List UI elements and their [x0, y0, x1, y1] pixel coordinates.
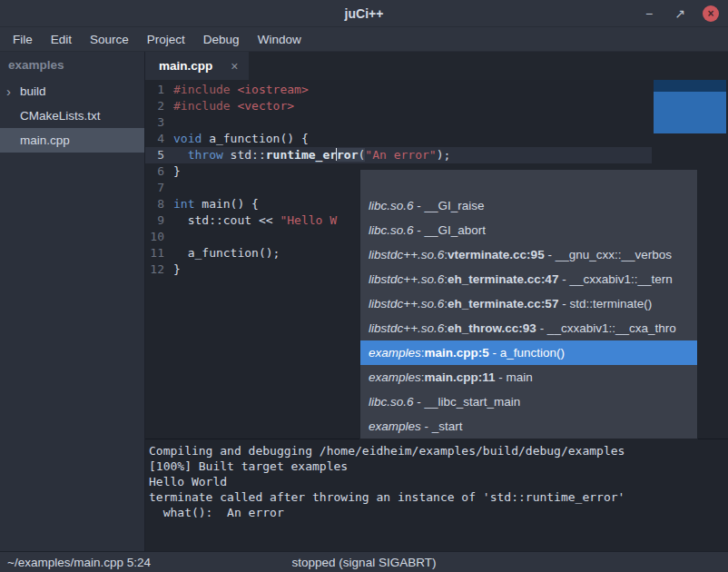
menu-debug[interactable]: Debug [194, 29, 249, 50]
stack-frame[interactable]: examples - _start [360, 414, 697, 439]
frame-function: - std::terminate() [558, 297, 652, 311]
frame-location: main.cpp:11 [425, 370, 496, 384]
line-number: 5 [145, 147, 173, 163]
stack-frame[interactable]: libstdc++.so.6:eh_throw.cc:93 - __cxxabi… [360, 316, 697, 340]
menu-window[interactable]: Window [249, 29, 310, 50]
code-token: ror [337, 148, 358, 162]
code-line-3[interactable]: 3 [145, 114, 728, 131]
module-name: libstdc++.so.6 [369, 321, 444, 335]
sidebar-item-cmakelists-txt[interactable]: CMakeLists.txt [0, 104, 144, 128]
code-token: a_function() { [202, 132, 308, 145]
line-number: 6 [145, 163, 173, 180]
menu-edit[interactable]: Edit [42, 29, 81, 50]
terminal-line: Hello World [149, 474, 724, 489]
frame-function: - __GI_raise [414, 199, 485, 212]
module-name: examples [369, 419, 421, 433]
close-tab-icon[interactable]: × [231, 59, 238, 74]
line-number: 11 [145, 245, 173, 261]
code-token: int [173, 197, 194, 211]
frame-function: - __libc_start_main [414, 395, 521, 409]
code-line-1[interactable]: 1#include <iostream> [145, 82, 728, 98]
code-line-5[interactable]: 5 throw std::runtime_error("An error"); [145, 147, 728, 163]
stack-frame[interactable]: libc.so.6 - __libc_start_main [360, 390, 697, 414]
project-name-header: examples [0, 52, 144, 79]
menu-source[interactable]: Source [81, 29, 138, 50]
juci-window: juCi++ − ↗ × FileEditSourceProjectDebugW… [0, 0, 728, 572]
code-text: } [173, 163, 181, 180]
code-token: ); [437, 148, 451, 162]
code-token: std:: [223, 148, 266, 162]
code-token: main() { [194, 197, 258, 211]
line-number: 10 [145, 229, 173, 245]
code-token: } [173, 262, 181, 276]
terminal-line: terminate called after throwing an insta… [149, 489, 724, 505]
sidebar-item-main-cpp[interactable]: main.cpp [0, 128, 144, 153]
frame-function: - __gnu_cxx::__verbos [545, 248, 672, 261]
tooltip-panel [654, 80, 726, 133]
chevron-right-icon[interactable]: › [6, 84, 20, 98]
line-number: 9 [145, 212, 173, 229]
frame-function: - a_function() [489, 346, 565, 360]
stack-frame[interactable]: libc.so.6 - __GI_abort [360, 218, 697, 242]
stack-frame[interactable]: examples:main.cpp:11 - main [360, 365, 697, 390]
stack-frame[interactable]: libstdc++.so.6:eh_terminate.cc:57 - std:… [360, 291, 697, 316]
tree-item-label: main.cpp [20, 133, 70, 147]
line-number: 12 [145, 261, 173, 278]
code-text: std::cout << "Hello W [173, 212, 337, 229]
close-icon[interactable]: × [703, 5, 719, 22]
code-line-4[interactable]: 4void a_function() { [145, 131, 728, 147]
stack-trace-popup: libc.so.6 - __GI_raiselibc.so.6 - __GI_a… [359, 169, 698, 439]
module-name: libc.so.6 [369, 223, 414, 237]
module-name: libc.so.6 [369, 199, 414, 212]
code-text: } [173, 261, 181, 278]
code-token: "An error" [365, 148, 436, 162]
stack-frame[interactable]: libstdc++.so.6:vterminate.cc:95 - __gnu_… [360, 242, 697, 267]
frame-location: eh_terminate.cc:57 [448, 297, 558, 311]
code-token: "Hello W [280, 213, 337, 227]
stack-frame[interactable]: examples:main.cpp:5 - a_function() [360, 340, 697, 365]
window-title: juCi++ [0, 6, 728, 21]
module-name: libc.so.6 [369, 395, 414, 409]
statusbar: ~/examples/main.cpp 5:24 stopped (signal… [0, 551, 728, 572]
frame-function: - main [496, 370, 533, 384]
code-text: int main() { [173, 196, 259, 212]
terminal-line: [100%] Built target examples [149, 459, 724, 474]
stack-frame[interactable]: libstdc++.so.6:eh_terminate.cc:47 - __cx… [360, 267, 697, 291]
file-tree-sidebar: examples ›buildCMakeLists.txtmain.cpp [0, 52, 145, 551]
line-number: 8 [145, 196, 173, 212]
code-token: throw [188, 148, 223, 162]
module-name: libstdc++.so.6 [369, 297, 444, 311]
minimize-icon[interactable]: − [641, 5, 657, 22]
code-token: <vector> [237, 99, 294, 113]
code-token: <iostream> [237, 83, 308, 96]
module-name: examples [369, 346, 421, 360]
code-text: void a_function() { [173, 131, 309, 147]
window-controls: − ↗ × [641, 0, 719, 27]
titlebar: juCi++ − ↗ × [0, 0, 728, 27]
terminal-line: what(): An error [149, 505, 724, 520]
code-line-2[interactable]: 2#include <vector> [145, 98, 728, 114]
line-number: 4 [145, 131, 173, 147]
frame-function: - __cxxabiv1::__cxa_thro [536, 321, 676, 335]
frame-function: - _start [421, 419, 463, 433]
terminal-output[interactable]: Compiling and debugging /home/eidheim/ex… [145, 439, 728, 551]
tab-main-cpp[interactable]: main.cpp× [145, 52, 249, 80]
stack-frame[interactable]: libc.so.6 - __GI_raise [360, 193, 697, 218]
code-token: std::cout << [173, 213, 280, 227]
line-number: 7 [145, 180, 173, 196]
tree-item-label: build [20, 84, 46, 98]
module-name: libstdc++.so.6 [369, 248, 444, 261]
module-name: examples [369, 370, 421, 384]
maximize-icon[interactable]: ↗ [672, 5, 688, 22]
module-name: libstdc++.so.6 [369, 272, 444, 286]
sidebar-item-build[interactable]: ›build [0, 79, 144, 104]
code-text: #include <vector> [173, 98, 294, 114]
tab-label: main.cpp [159, 59, 212, 73]
frame-location: vterminate.cc:95 [448, 248, 545, 261]
file-tree: ›buildCMakeLists.txtmain.cpp [0, 79, 144, 153]
menu-project[interactable]: Project [138, 29, 194, 50]
code-text: a_function(); [173, 245, 280, 261]
code-token: #include [173, 83, 231, 96]
frame-function: - __GI_abort [414, 223, 487, 237]
menu-file[interactable]: File [4, 29, 42, 50]
